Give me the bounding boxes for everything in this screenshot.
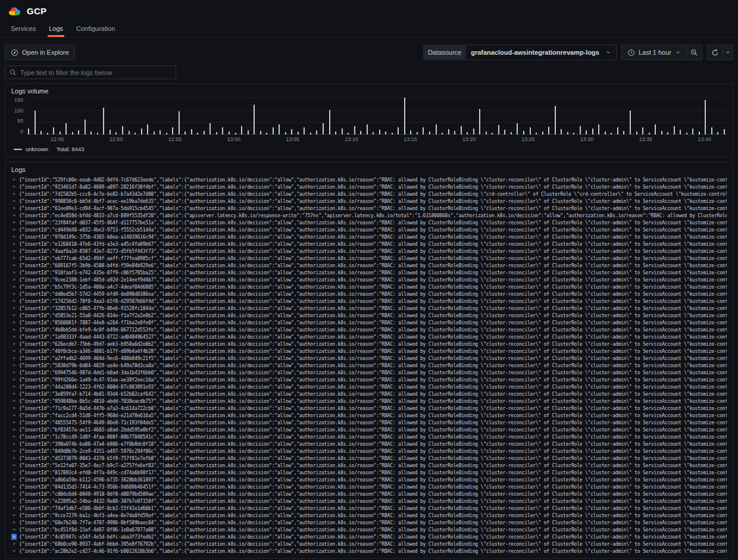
expand-log-row-icon[interactable]: > [11,255,17,261]
expand-log-row-icon[interactable]: > [11,191,17,197]
expand-log-row-icon[interactable]: > [11,248,17,254]
expand-log-row-icon[interactable]: > [11,205,17,211]
log-row[interactable]: >{"insertId":"390a074b-ba80-47a4-b806-e7… [11,440,727,448]
expand-log-row-icon[interactable]: > [11,277,17,283]
log-row[interactable]: >{"insertId":"68e7b240-7f7a-4707-8986-8b… [11,519,727,526]
log-row[interactable]: >{"insertId":"d5373079-8043-4378-b5f8-75… [11,455,727,462]
log-row[interactable]: >{"insertId":"61ee09e3-cd94-4acf-987a-5d… [11,205,727,212]
expand-log-row-icon[interactable]: > [11,434,17,440]
log-row[interactable]: >{"insertId":"4aaf6a2d-8587-43e7-8273-d5… [11,248,727,255]
expand-log-row-icon[interactable]: > [11,184,17,190]
log-row[interactable]: >{"insertId":"1c78cc49-1d8f-4faa-808f-08… [11,433,727,440]
legend-series-label[interactable]: unknown [26,146,48,152]
tab-services[interactable]: Services [6,21,40,37]
expand-log-row-icon[interactable]: > [11,427,17,433]
log-row[interactable]: >{"insertId":"bf83457a-ae11-4603-a8ad-2b… [11,426,727,433]
expand-log-row-icon[interactable]: > [11,355,17,361]
expand-log-row-icon[interactable]: > [11,262,17,268]
open-in-explore-button[interactable]: Open in Explore [5,45,75,60]
time-range-button[interactable]: Last 1 hour [621,45,686,60]
expand-log-row-icon[interactable]: > [11,312,17,318]
expand-log-row-icon[interactable]: > [11,334,17,340]
expand-log-row-icon[interactable]: > [11,462,17,468]
log-row[interactable]: >{"insertId":"529fc00e-eeab-4d82-8df4-7c… [11,176,727,183]
expand-log-row-icon[interactable]: > [11,320,17,326]
expand-log-row-icon[interactable]: > [11,362,17,368]
expand-log-row-icon[interactable]: > [11,477,17,483]
log-row[interactable]: >{"insertId":"849d8b7b-2ce9-4351-a497-59… [11,448,727,455]
expand-log-row-icon[interactable]: > [11,405,17,411]
log-row[interactable]: >{"insertId":"c00dc6d4-0848-4910-8df8-d8… [11,490,727,498]
expand-log-row-icon[interactable]: > [11,484,17,490]
expand-log-row-icon[interactable]: > [11,491,17,497]
log-row[interactable]: >{"insertId":"e1268410-47e6-43fd-a3e3-a4… [11,240,727,248]
log-row[interactable]: >{"insertId":"4c05947c-e54f-4e5d-bdfc-ab… [11,533,727,540]
log-row[interactable]: >{"insertId":"dd0ed5b7-57d2-4459-bfd9-de… [11,290,727,298]
expand-log-row-icon[interactable]: > [11,498,17,504]
log-row[interactable]: >{"insertId":"ec4e858d-bfdd-4833-a7cd-88… [11,212,727,219]
log-row[interactable]: >{"insertId":"68b0ce90-8937-4abf-bbbd-39… [11,540,727,548]
log-row[interactable]: >{"insertId":"9cee2388-1ebf-485d-a92d-2e… [11,276,727,283]
log-row[interactable]: >{"insertId":"84d135d3-7414-4c73-956b-9d… [11,483,727,490]
log-row[interactable]: >{"insertId":"99fd266e-1a49-4c47-93aa-ae… [11,376,727,383]
expand-log-row-icon[interactable]: > [11,391,17,397]
expand-log-row-icon[interactable]: > [11,470,17,475]
log-row[interactable]: >{"insertId":"923461d7-8a82-4609-a897-28… [11,183,727,190]
log-row[interactable]: >{"insertId":"44a288d4-1223-4f62-800d-07… [11,383,727,390]
log-row[interactable]: >{"insertId":"5e12fa07-35e7-4ec7-b9c7-a2… [11,462,727,469]
expand-log-row-icon[interactable]: > [11,548,17,554]
expand-log-row-icon[interactable]: > [11,291,17,297]
log-row[interactable]: >{"insertId":"8560081f-7887-44e8-a264-f7… [11,319,727,326]
expand-log-row-icon[interactable]: > [11,370,17,376]
log-row[interactable]: >{"insertId":"3e859fa7-b714-4b81-93d4-b5… [11,390,727,398]
log-row[interactable]: >{"insertId":"69947546-987d-4dd1-b0ad-3d… [11,369,727,376]
refresh-button[interactable] [707,45,723,60]
expand-log-row-icon[interactable]: > [11,441,17,447]
expand-log-row-icon[interactable]: > [11,412,17,418]
expand-log-row-icon[interactable]: > [11,455,17,461]
log-row[interactable]: >{"insertId":"959848ba-0b5c-4810-abdd-70… [11,398,727,405]
expand-log-row-icon[interactable]: > [11,284,17,290]
log-row[interactable]: >{"insertId":"ac28b2e2-c427-4c46-91f6-b8… [11,548,727,555]
log-row[interactable]: >{"insertId":"74af1db7-e586-4b6f-8cb2-55… [11,505,727,512]
log-row[interactable]: >{"insertId":"23f84faf-d037-45f5-864f-d1… [11,219,727,226]
expand-log-row-icon[interactable]: > [11,348,17,354]
expand-log-row-icon[interactable]: > [11,398,17,404]
log-row[interactable]: >{"insertId":"4b8bb5dd-bfe9-4c0f-b49d-06… [11,326,727,333]
expand-log-row-icon[interactable]: > [11,341,17,347]
expand-log-row-icon[interactable]: > [11,177,17,183]
expand-log-row-icon[interactable]: > [11,512,17,518]
expand-log-row-icon[interactable]: > [11,220,17,226]
log-row[interactable]: >{"insertId":"facc2cd4-51d8-4ff5-968d-e2… [11,412,727,419]
log-row[interactable]: >{"insertId":"bc451f8d-15af-4d87-8f86-1e… [11,526,727,533]
tab-configuration[interactable]: Configuration [71,21,120,37]
log-row[interactable]: >{"insertId":"d5853e21-55a0-4426-834e-f1… [11,312,727,319]
expand-log-row-icon[interactable]: > [11,384,17,390]
log-filter-input[interactable] [20,69,171,76]
expand-log-row-icon[interactable]: > [11,541,17,547]
log-row[interactable]: >{"insertId":"5838d79b-6d04-4829-aa4e-b4… [11,362,727,369]
expand-log-row-icon[interactable]: > [11,241,17,247]
log-row[interactable]: >{"insertId":"609167f5-3b9b-4508-b4fd-f5… [11,262,727,269]
log-row[interactable]: >{"insertId":"b5c79f3c-1d5a-400a-a4c7-4d… [11,283,727,290]
expand-log-row-icon[interactable]: > [11,227,17,233]
expand-log-row-icon[interactable]: > [11,305,17,311]
expand-log-row-icon[interactable]: > [11,527,17,533]
log-row[interactable]: >{"insertId":"cd449d48-e032-4be3-9753-f5… [11,226,727,233]
log-row[interactable]: >{"insertId":"eb777cab-65d2-494f-aaff-f7… [11,255,727,262]
expand-log-row-icon[interactable]: > [11,270,17,276]
volume-plot-area[interactable] [27,98,727,134]
log-row[interactable]: >{"insertId":"174256d2-70f8-4aa3-b5f8-d2… [11,298,727,305]
log-row[interactable]: >{"insertId":"970d149c-375b-4365-b0ea-a1… [11,233,727,240]
expand-log-row-icon[interactable]: > [11,534,17,540]
log-row[interactable]: >{"insertId":"71c9a177-8a5d-447b-a7a3-4c… [11,405,727,412]
expand-log-row-icon[interactable]: > [11,298,17,304]
log-row[interactable]: >{"insertId":"998850c0-bb5d-4bf7-acec-ee… [11,198,727,205]
expand-log-row-icon[interactable]: > [11,377,17,383]
expand-log-row-icon[interactable]: > [11,420,17,426]
expand-log-row-icon[interactable]: > [11,198,17,204]
log-row[interactable]: >{"insertId":"a8b6a59e-b112-4596-b735-36… [11,476,727,483]
expand-log-row-icon[interactable]: > [11,234,17,240]
zoom-out-time-button[interactable] [686,45,702,60]
expand-log-row-icon[interactable]: > [11,212,17,218]
